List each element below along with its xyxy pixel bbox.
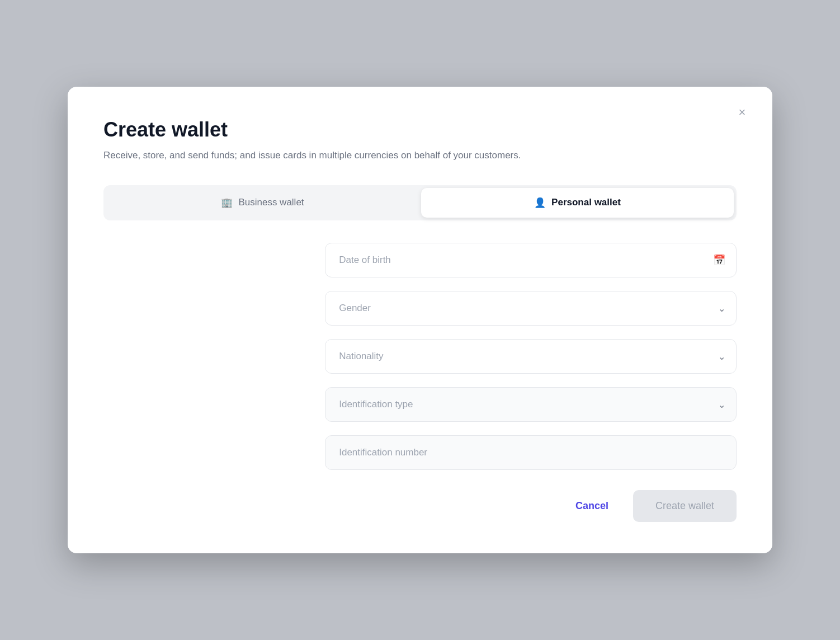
personal-wallet-button[interactable]: 👤 Personal wallet <box>421 188 734 218</box>
business-wallet-button[interactable]: 🏢 Business wallet <box>106 188 419 218</box>
cancel-button[interactable]: Cancel <box>567 493 617 519</box>
modal-title: Create wallet <box>103 118 737 142</box>
form-area: 📅 ⌄ ⌄ ⌄ Cancel Create wallet <box>103 243 737 522</box>
create-wallet-button[interactable]: Create wallet <box>633 490 737 522</box>
wallet-type-toggle: 🏢 Business wallet 👤 Personal wallet <box>103 185 737 220</box>
gender-input[interactable] <box>325 291 737 326</box>
identification-number-input[interactable] <box>325 435 737 470</box>
nationality-field: ⌄ <box>325 339 737 374</box>
modal-subtitle: Receive, store, and send funds; and issu… <box>103 148 737 163</box>
close-icon: × <box>739 105 746 120</box>
identification-type-input[interactable] <box>325 387 737 422</box>
form-actions: Cancel Create wallet <box>103 490 737 522</box>
identification-number-field <box>325 435 737 470</box>
close-button[interactable]: × <box>732 102 752 123</box>
modal-overlay: × Create wallet Receive, store, and send… <box>0 0 840 640</box>
nationality-input[interactable] <box>325 339 737 374</box>
modal-dialog: × Create wallet Receive, store, and send… <box>68 87 772 553</box>
business-wallet-label: Business wallet <box>238 197 304 208</box>
gender-field: ⌄ <box>325 291 737 326</box>
person-icon: 👤 <box>534 197 546 209</box>
date-of-birth-input[interactable] <box>325 243 737 277</box>
personal-wallet-label: Personal wallet <box>551 197 621 208</box>
building-icon: 🏢 <box>221 197 233 209</box>
date-of-birth-field: 📅 <box>325 243 737 277</box>
identification-type-field: ⌄ <box>325 387 737 422</box>
